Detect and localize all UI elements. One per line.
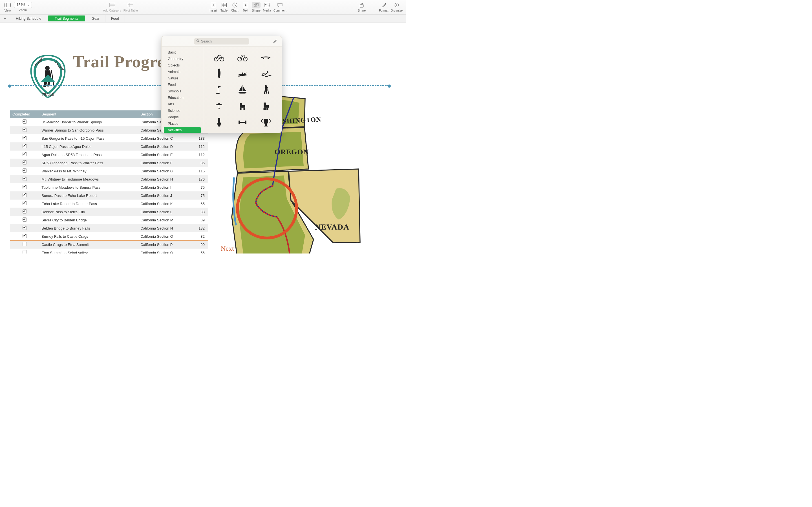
segment-cell[interactable]: Sierra City to Belden Bridge bbox=[39, 216, 138, 224]
category-geometry[interactable]: Geometry bbox=[164, 56, 201, 62]
section-cell[interactable]: California Section D bbox=[138, 143, 191, 151]
section-cell[interactable]: California Section P bbox=[138, 240, 191, 249]
bowling-pin-icon[interactable] bbox=[207, 114, 231, 130]
miles-cell[interactable]: 75 bbox=[191, 191, 208, 200]
roller-skate-alt-icon[interactable] bbox=[254, 98, 278, 114]
section-cell[interactable]: California Section Q bbox=[138, 249, 191, 254]
category-places[interactable]: Places bbox=[164, 121, 201, 127]
segment-cell[interactable]: Donner Pass to Sierra City bbox=[39, 208, 138, 216]
category-basic[interactable]: Basic bbox=[164, 49, 201, 55]
category-people[interactable]: People bbox=[164, 114, 201, 120]
completed-cell[interactable] bbox=[10, 216, 39, 224]
checkbox[interactable] bbox=[22, 144, 27, 148]
segment-cell[interactable]: San Gorgonio Pass to I-15 Cajon Pass bbox=[39, 134, 138, 143]
category-objects[interactable]: Objects bbox=[164, 62, 201, 68]
section-cell[interactable]: California Section G bbox=[138, 167, 191, 175]
completed-cell[interactable] bbox=[10, 232, 39, 240]
category-food[interactable]: Food bbox=[164, 82, 201, 88]
segment-cell[interactable]: Walker Pass to Mt. Whitney bbox=[39, 167, 138, 175]
checkbox[interactable] bbox=[22, 234, 27, 238]
table-row[interactable]: Mt. Whitney to Tuolumne MeadowsCaliforni… bbox=[10, 175, 208, 183]
segment-cell[interactable]: Burney Falls to Castle Crags bbox=[39, 232, 138, 240]
miles-cell[interactable]: 115 bbox=[191, 167, 208, 175]
miles-cell[interactable]: 112 bbox=[191, 143, 208, 151]
sheet-tab-trail-segments[interactable]: Trail Segments bbox=[48, 15, 85, 21]
sheet-tab-gear[interactable]: Gear bbox=[86, 15, 105, 22]
table-row[interactable]: Donner Pass to Sierra CityCalifornia Sec… bbox=[10, 208, 208, 216]
table-row[interactable]: Tuolumne Meadows to Sonora PassCaliforni… bbox=[10, 183, 208, 191]
section-cell[interactable]: California Section O bbox=[138, 232, 191, 240]
category-symbols[interactable]: Symbols bbox=[164, 88, 201, 94]
shape-grid[interactable] bbox=[203, 47, 282, 133]
sailboat-icon[interactable] bbox=[231, 82, 254, 98]
chart-button[interactable]: Chart bbox=[231, 2, 239, 12]
miles-cell[interactable]: 132 bbox=[191, 224, 208, 232]
kayak-icon[interactable] bbox=[231, 65, 254, 81]
completed-cell[interactable] bbox=[10, 191, 39, 200]
miles-cell[interactable]: 133 bbox=[191, 134, 208, 143]
checkbox[interactable] bbox=[22, 168, 27, 173]
completed-cell[interactable] bbox=[10, 167, 39, 175]
section-cell[interactable]: California Section H bbox=[138, 175, 191, 183]
table-row[interactable]: San Gorgonio Pass to I-15 Cajon PassCali… bbox=[10, 134, 208, 143]
completed-cell[interactable] bbox=[10, 240, 39, 249]
miles-cell[interactable]: 75 bbox=[191, 183, 208, 191]
segment-cell[interactable]: Agua Dulce to SR58 Tehachapi Pass bbox=[39, 151, 138, 159]
sheet-tab-food[interactable]: Food bbox=[105, 15, 125, 22]
table-row[interactable]: Burney Falls to Castle CragsCalifornia S… bbox=[10, 232, 208, 240]
segment-cell[interactable]: US-Mexico Border to Warner Springs bbox=[39, 118, 138, 126]
add-sheet-button[interactable]: + bbox=[0, 15, 10, 22]
miles-cell[interactable]: 112 bbox=[191, 151, 208, 159]
segment-cell[interactable]: Sonora Pass to Echo Lake Resort bbox=[39, 191, 138, 200]
format-button[interactable]: Format bbox=[379, 2, 388, 12]
miles-cell[interactable]: 89 bbox=[191, 216, 208, 224]
shape-category-list[interactable]: BasicGeometryObjectsAnimalsNatureFoodSym… bbox=[161, 47, 203, 133]
completed-cell[interactable] bbox=[10, 118, 39, 126]
swimmer-icon[interactable] bbox=[254, 65, 278, 81]
award-ribbon-icon[interactable] bbox=[231, 131, 254, 133]
section-cell[interactable]: California Section F bbox=[138, 159, 191, 167]
pencil-tool-button[interactable] bbox=[273, 39, 277, 44]
miles-cell[interactable]: 82 bbox=[191, 232, 208, 240]
category-education[interactable]: Education bbox=[164, 95, 201, 101]
completed-cell[interactable] bbox=[10, 134, 39, 143]
completed-cell[interactable] bbox=[10, 249, 39, 254]
category-arts[interactable]: Arts bbox=[164, 101, 201, 107]
comment-button[interactable]: Comment bbox=[273, 2, 287, 12]
section-cell[interactable]: California Section J bbox=[138, 191, 191, 200]
checkbox[interactable] bbox=[22, 160, 27, 165]
completed-cell[interactable] bbox=[10, 126, 39, 134]
checkbox[interactable] bbox=[22, 217, 27, 222]
miles-cell[interactable]: 65 bbox=[191, 200, 208, 208]
col-header-completed[interactable]: Completed bbox=[10, 110, 39, 118]
hang-glider-icon[interactable] bbox=[207, 98, 231, 114]
table-row[interactable]: Belden Bridge to Burney FallsCalifornia … bbox=[10, 224, 208, 232]
document-canvas[interactable]: SCENIC PACIFIC TRAILS Trail Progress Com… bbox=[0, 22, 406, 253]
bike-cruiser-icon[interactable] bbox=[231, 49, 254, 65]
table-row[interactable]: Sierra City to Belden BridgeCalifornia S… bbox=[10, 216, 208, 224]
checkbox[interactable] bbox=[22, 250, 27, 253]
zoom-control[interactable]: 154% ⌄ Zoom bbox=[14, 2, 32, 11]
section-cell[interactable]: California Section N bbox=[138, 224, 191, 232]
media-button[interactable]: Media bbox=[263, 2, 271, 12]
checkbox[interactable] bbox=[22, 136, 27, 140]
completed-cell[interactable] bbox=[10, 208, 39, 216]
checkbox[interactable] bbox=[22, 242, 27, 246]
completed-cell[interactable] bbox=[10, 151, 39, 159]
miles-cell[interactable]: 176 bbox=[191, 175, 208, 183]
skateboard-icon[interactable] bbox=[254, 49, 278, 65]
table-row[interactable]: Sonora Pass to Echo Lake ResortCaliforni… bbox=[10, 191, 208, 200]
completed-cell[interactable] bbox=[10, 175, 39, 183]
dumbbell-icon[interactable] bbox=[231, 114, 254, 130]
miles-cell[interactable]: 99 bbox=[191, 240, 208, 249]
checkbox[interactable] bbox=[22, 193, 27, 197]
share-button[interactable]: Share bbox=[357, 2, 366, 12]
checkbox[interactable] bbox=[22, 152, 27, 156]
shape-search-input[interactable]: Search bbox=[194, 38, 249, 45]
add-category-button[interactable]: Add Category bbox=[103, 2, 121, 12]
segment-cell[interactable]: SR58 Tehachapi Pass to Walker Pass bbox=[39, 159, 138, 167]
checkbox[interactable] bbox=[22, 185, 27, 189]
shape-button[interactable]: Shape bbox=[252, 2, 260, 12]
megaphone-icon[interactable] bbox=[254, 131, 278, 133]
col-header-segment[interactable]: Segment bbox=[39, 110, 138, 118]
